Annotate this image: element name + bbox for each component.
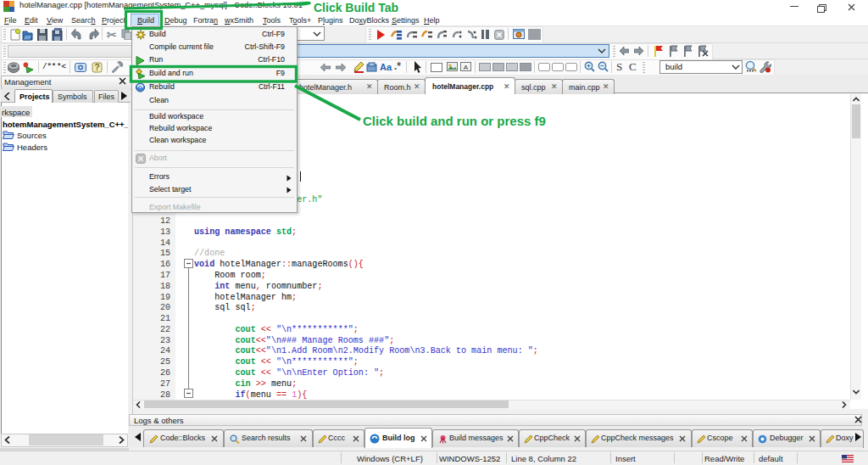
svg-text:Click Build Tab: Click Build Tab	[314, 1, 398, 14]
svg-text:Click build and run or press f: Click build and run or press f9	[363, 114, 546, 128]
